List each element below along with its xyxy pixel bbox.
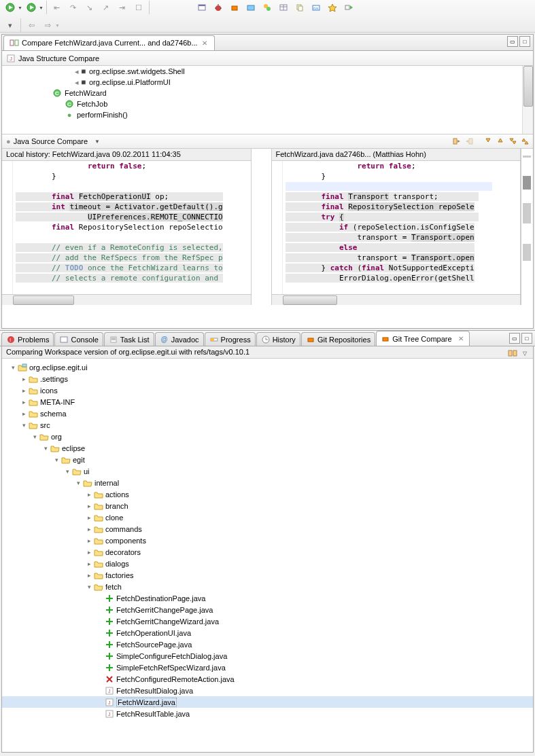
tree-item[interactable]: ▸actions bbox=[2, 488, 533, 500]
terminate-icon[interactable]: ☐ bbox=[131, 0, 146, 15]
back-icon[interactable]: ⇦ bbox=[24, 18, 39, 33]
arrow-right-icon[interactable] bbox=[341, 0, 356, 15]
expander-icon[interactable]: ▸ bbox=[20, 410, 28, 417]
expander-icon[interactable]: ▾ bbox=[74, 480, 82, 486]
dropdown-icon[interactable]: ▼ bbox=[18, 5, 22, 10]
tree-item[interactable]: ▸schema bbox=[2, 408, 533, 419]
step-icon[interactable]: ⇤ bbox=[50, 0, 65, 15]
expander-icon[interactable]: ▸ bbox=[20, 376, 28, 382]
struct-import[interactable]: ◂◾org.eclipse.ui.PlatformUI bbox=[2, 77, 533, 88]
expander-icon[interactable]: ▸ bbox=[85, 514, 93, 521]
tree-project[interactable]: ▾org.eclipse.egit.ui bbox=[2, 361, 533, 373]
expander-icon[interactable]: ▸ bbox=[85, 537, 93, 544]
forward-icon[interactable]: ⇨ bbox=[40, 18, 55, 33]
tree-item[interactable]: ▾internal bbox=[2, 477, 533, 488]
expander-icon[interactable]: ▸ bbox=[85, 572, 93, 579]
expander-icon[interactable]: ▸ bbox=[85, 560, 93, 567]
star-icon[interactable] bbox=[325, 0, 340, 15]
tree-body[interactable]: ▾org.eclipse.egit.ui▸.settings▸icons▸MET… bbox=[2, 359, 533, 740]
tree-item[interactable]: ▾egit bbox=[2, 454, 533, 465]
tab-console[interactable]: Console bbox=[54, 332, 103, 346]
git-icon[interactable] bbox=[227, 0, 242, 15]
next-diff-icon[interactable] bbox=[483, 136, 494, 147]
run-icon[interactable] bbox=[3, 0, 18, 15]
tree-item[interactable]: ▾eclipse bbox=[2, 442, 533, 454]
debug-run-icon[interactable] bbox=[24, 0, 39, 15]
tree-file[interactable]: FetchGerritChangeWizard.java bbox=[2, 615, 533, 627]
tree-file[interactable]: JFetchResultTable.java bbox=[2, 708, 533, 719]
expander-icon[interactable]: ▸ bbox=[85, 491, 93, 498]
struct-class[interactable]: CFetchWizard bbox=[2, 88, 533, 98]
expander-icon[interactable]: ▾ bbox=[9, 364, 17, 371]
code-right[interactable]: return false; } final Transport transpor… bbox=[283, 161, 521, 294]
tree-item[interactable]: ▾fetch bbox=[2, 581, 533, 592]
struct-import[interactable]: ◂◾org.eclipse.swt.widgets.Shell bbox=[2, 66, 533, 77]
tree-item[interactable]: ▸branch bbox=[2, 500, 533, 511]
tree-item[interactable]: ▾org bbox=[2, 431, 533, 442]
copy-right-icon[interactable] bbox=[451, 136, 462, 147]
dropdown-icon[interactable]: ▼ bbox=[39, 5, 44, 10]
expander-icon[interactable]: ▾ bbox=[20, 422, 28, 429]
compare-mode-icon[interactable] bbox=[507, 348, 518, 359]
table-icon[interactable] bbox=[276, 0, 291, 15]
prev-change-icon[interactable] bbox=[519, 136, 530, 147]
tree-file[interactable]: FetchSourcePage.java bbox=[2, 638, 533, 650]
expander-icon[interactable]: ▸ bbox=[20, 387, 28, 394]
view-menu-icon[interactable]: ▽ bbox=[519, 348, 530, 359]
tree-item[interactable]: ▸META-INF bbox=[2, 396, 533, 408]
expander-icon[interactable]: ▸ bbox=[85, 526, 93, 533]
tab-problems[interactable]: !Problems bbox=[1, 332, 54, 346]
expander-icon[interactable]: ▾ bbox=[85, 583, 93, 590]
tree-file[interactable]: JFetchWizard.java bbox=[2, 696, 533, 708]
scrollbar-horizontal[interactable] bbox=[272, 294, 521, 305]
expander-icon[interactable]: ▾ bbox=[63, 468, 71, 475]
tab-history[interactable]: History bbox=[256, 332, 300, 346]
sync-icon[interactable] bbox=[260, 0, 275, 15]
step-into-icon[interactable]: ↘ bbox=[82, 0, 97, 15]
dropdown-icon[interactable]: ▾ bbox=[3, 18, 18, 33]
minimize-icon[interactable]: ▭ bbox=[507, 36, 518, 47]
copy-icon[interactable] bbox=[292, 0, 307, 15]
next-change-icon[interactable] bbox=[507, 136, 518, 147]
structure-body[interactable]: ◂◾org.eclipse.swt.widgets.Shell ◂◾org.ec… bbox=[2, 66, 533, 134]
tree-item[interactable]: ▸decorators bbox=[2, 546, 533, 558]
tab-gittree[interactable]: Git Tree Compare✕ bbox=[376, 331, 469, 346]
struct-class[interactable]: CFetchJob bbox=[2, 98, 533, 109]
tree-item[interactable]: ▸dialogs bbox=[2, 558, 533, 569]
close-icon[interactable]: ✕ bbox=[201, 39, 209, 47]
tree-file[interactable]: JFetchResultDialog.java bbox=[2, 685, 533, 696]
bug-icon[interactable] bbox=[211, 0, 226, 15]
dropdown-icon[interactable]: ▼ bbox=[94, 139, 100, 145]
prev-diff-icon[interactable] bbox=[495, 136, 506, 147]
step-over-icon[interactable]: ↷ bbox=[66, 0, 81, 15]
new-window-icon[interactable] bbox=[194, 0, 209, 15]
tree-item[interactable]: ▾src bbox=[2, 419, 533, 431]
team-icon[interactable] bbox=[243, 0, 258, 15]
scrollbar-horizontal[interactable] bbox=[2, 294, 251, 305]
editor-tab-compare[interactable]: Compare FetchWizard.java Current... and … bbox=[3, 35, 215, 50]
expander-icon[interactable]: ▾ bbox=[31, 433, 39, 440]
tree-file[interactable]: FetchDestinationPage.java bbox=[2, 592, 533, 604]
copy-left-icon[interactable] bbox=[464, 136, 474, 147]
dropdown-icon[interactable]: ▼ bbox=[55, 23, 60, 28]
tab-progress[interactable]: Progress bbox=[205, 332, 256, 346]
tree-item[interactable]: ▾ui bbox=[2, 465, 533, 477]
tree-file[interactable]: SimpleFetchRefSpecWizard.java bbox=[2, 662, 533, 673]
tree-item[interactable]: ▸components bbox=[2, 535, 533, 546]
resume-icon[interactable]: ⇥ bbox=[115, 0, 130, 15]
diff-overview[interactable] bbox=[521, 149, 533, 305]
tree-file[interactable]: FetchOperationUI.java bbox=[2, 627, 533, 638]
tree-item[interactable]: ▸clone bbox=[2, 511, 533, 523]
tree-item[interactable]: ▸.settings bbox=[2, 373, 533, 384]
tree-file[interactable]: FetchConfiguredRemoteAction.java bbox=[2, 673, 533, 685]
tree-file[interactable]: FetchGerritChangePage.java bbox=[2, 604, 533, 615]
struct-method[interactable]: ●performFinish() bbox=[2, 109, 533, 120]
tab-gitrepos[interactable]: Git Repositories bbox=[301, 332, 375, 346]
tab-javadoc[interactable]: @Javadoc bbox=[155, 332, 204, 346]
tree-file[interactable]: SimpleConfigureFetchDialog.java bbox=[2, 650, 533, 662]
minimize-icon[interactable]: ▭ bbox=[509, 333, 520, 344]
maximize-icon[interactable]: □ bbox=[519, 36, 530, 47]
tab-tasklist[interactable]: Task List bbox=[104, 332, 154, 346]
expander-icon[interactable]: ▸ bbox=[85, 503, 93, 509]
maximize-icon[interactable]: □ bbox=[521, 333, 532, 344]
